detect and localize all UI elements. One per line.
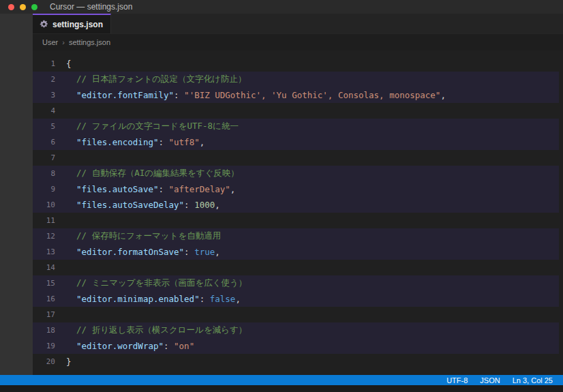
status-item-ln-3-col-25[interactable]: Ln 3, Col 25 [506, 376, 559, 385]
window-bottom-edge [0, 385, 563, 392]
editor-group: settings.json User › settings.json 1{2 /… [33, 14, 563, 375]
line-number: 11 [33, 216, 55, 225]
code-line-8[interactable]: 8 // 自動保存（AIの編集結果をすぐ反映） [33, 166, 559, 181]
line-number: 8 [33, 169, 55, 178]
line-number: 1 [33, 59, 55, 68]
breadcrumb-item-user[interactable]: User [42, 38, 58, 46]
line-number: 19 [33, 342, 55, 350]
app-window: Cursor — settings.json settings.json Use… [0, 0, 563, 392]
line-number: 6 [33, 138, 55, 147]
line-number: 3 [33, 91, 55, 100]
code-text: // 保存時にフォーマットを自動適用 [55, 230, 221, 242]
window-body: settings.json User › settings.json 1{2 /… [0, 14, 563, 375]
code-text: // 自動保存（AIの編集結果をすぐ反映） [55, 168, 239, 179]
code-line-5[interactable]: 5 // ファイルの文字コードをUTF-8に統一 [33, 119, 559, 134]
line-number: 15 [33, 279, 55, 288]
code-text: } [55, 357, 72, 367]
title-bar: Cursor — settings.json [0, 0, 563, 14]
line-number: 4 [33, 106, 55, 115]
code-text: "files.autoSaveDelay": 1000, [55, 200, 220, 210]
line-number: 7 [33, 153, 55, 162]
line-number: 18 [33, 326, 55, 335]
code-text: // ファイルの文字コードをUTF-8に統一 [55, 121, 239, 132]
window-title: Cursor — settings.json [50, 2, 132, 12]
code-text: "editor.fontFamily": "'BIZ UDGothic', 'Y… [55, 90, 446, 100]
code-line-11[interactable]: 11 [33, 213, 559, 228]
code-text: "editor.minimap.enabled": false, [55, 294, 241, 304]
code-text: "files.encoding": "utf8", [55, 137, 204, 147]
line-number: 13 [33, 247, 55, 256]
code-line-14[interactable]: 14 [33, 260, 559, 275]
tab-label: settings.json [52, 20, 103, 29]
breadcrumb-separator: › [62, 38, 65, 46]
close-window-button[interactable] [8, 4, 14, 10]
breadcrumb-item-file[interactable]: settings.json [69, 38, 110, 46]
code-line-9[interactable]: 9 "files.autoSave": "afterDelay", [33, 181, 559, 197]
status-bar-right: UTF-8JSONLn 3, Col 25 [440, 376, 559, 385]
code-line-12[interactable]: 12 // 保存時にフォーマットを自動適用 [33, 228, 559, 244]
minimize-window-button[interactable] [20, 4, 26, 10]
code-line-1[interactable]: 1{ [33, 56, 559, 72]
code-line-4[interactable]: 4 [33, 103, 559, 119]
code-text: // ミニマップを非表示（画面を広く使う） [55, 277, 247, 289]
activity-bar[interactable] [0, 14, 33, 375]
line-number: 10 [33, 200, 55, 209]
code-text: { [55, 59, 72, 69]
status-item-utf-8[interactable]: UTF-8 [440, 376, 474, 385]
editor-code-area[interactable]: 1{2 // 日本語フォントの設定（文字化け防止）3 "editor.fontF… [33, 50, 563, 375]
code-text: // 日本語フォントの設定（文字化け防止） [55, 74, 246, 85]
line-number: 5 [33, 122, 55, 131]
code-line-10[interactable]: 10 "files.autoSaveDelay": 1000, [33, 197, 559, 213]
gear-icon [40, 20, 48, 29]
code-text: "editor.formatOnSave": true, [55, 247, 220, 257]
breadcrumb: User › settings.json [33, 34, 563, 50]
maximize-window-button[interactable] [31, 4, 37, 10]
code-line-19[interactable]: 19 "editor.wordWrap": "on" [33, 338, 559, 354]
line-number: 17 [33, 310, 55, 319]
code-line-20[interactable]: 20} [33, 354, 559, 370]
code-line-18[interactable]: 18 // 折り返し表示（横スクロールを減らす） [33, 322, 559, 338]
line-number: 20 [33, 357, 55, 366]
code-line-15[interactable]: 15 // ミニマップを非表示（画面を広く使う） [33, 275, 559, 291]
status-item-json[interactable]: JSON [474, 376, 506, 385]
code-line-2[interactable]: 2 // 日本語フォントの設定（文字化け防止） [33, 72, 559, 87]
tab-bar: settings.json [33, 14, 563, 34]
tab-settings-json[interactable]: settings.json [33, 14, 111, 33]
line-number: 2 [33, 75, 55, 84]
code-line-6[interactable]: 6 "files.encoding": "utf8", [33, 134, 559, 150]
line-number: 12 [33, 232, 55, 241]
code-line-7[interactable]: 7 [33, 150, 559, 166]
code-line-13[interactable]: 13 "editor.formatOnSave": true, [33, 244, 559, 260]
code-text: // 折り返し表示（横スクロールを減らす） [55, 325, 247, 336]
line-number: 14 [33, 263, 55, 272]
line-number: 9 [33, 185, 55, 194]
status-bar: UTF-8JSONLn 3, Col 25 [0, 375, 563, 385]
traffic-lights [8, 4, 37, 10]
code-line-17[interactable]: 17 [33, 307, 559, 322]
code-text: "files.autoSave": "afterDelay", [55, 184, 235, 194]
code-line-3[interactable]: 3 "editor.fontFamily": "'BIZ UDGothic', … [33, 87, 559, 103]
line-number: 16 [33, 295, 55, 303]
code-text: "editor.wordWrap": "on" [55, 341, 194, 351]
code-line-16[interactable]: 16 "editor.minimap.enabled": false, [33, 291, 559, 307]
